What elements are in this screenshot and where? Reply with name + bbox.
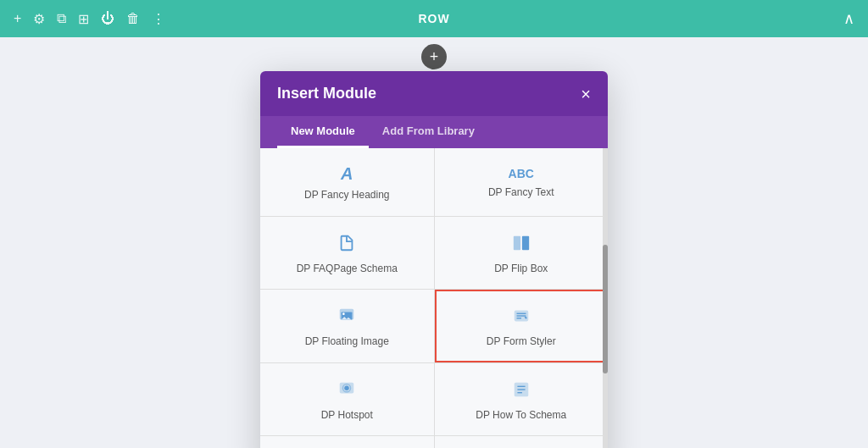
module-label: DP Fancy Heading xyxy=(304,189,390,202)
modal-header: Insert Module × xyxy=(260,71,608,116)
module-dp-fancy-text[interactable]: ABC DP Fancy Text xyxy=(435,148,609,216)
modal-close-button[interactable]: × xyxy=(581,86,591,102)
module-dp-floating-image[interactable]: DP Floating Image xyxy=(260,290,434,362)
trash-icon[interactable]: 🗑 xyxy=(126,11,140,26)
insert-module-modal: Insert Module × New Module Add From Libr… xyxy=(260,71,608,448)
grid-icon[interactable]: ⊞ xyxy=(78,11,89,27)
module-label: DP FAQPage Schema xyxy=(297,263,398,276)
add-icon[interactable]: + xyxy=(14,11,21,26)
tab-add-from-library[interactable]: Add From Library xyxy=(369,116,488,148)
modal-title: Insert Module xyxy=(277,85,376,102)
scrollbar-track[interactable] xyxy=(603,148,608,448)
svg-rect-1 xyxy=(522,235,529,250)
scrollbar-thumb[interactable] xyxy=(603,245,608,373)
faqpage-schema-icon xyxy=(337,234,356,256)
more-icon[interactable]: ⋮ xyxy=(152,11,165,27)
content-area: Heading Fancy + Insert Module × New Modu… xyxy=(0,37,868,448)
plus-icon: + xyxy=(430,49,439,64)
duplicate-icon[interactable]: ⧉ xyxy=(57,11,66,26)
module-dp-image-card[interactable]: DP Image Card xyxy=(435,436,609,448)
module-label: DP Form Styler xyxy=(487,335,556,349)
insert-module-button[interactable]: + xyxy=(421,44,447,69)
fancy-text-icon: ABC xyxy=(509,168,534,180)
fancy-heading-icon: A xyxy=(341,165,353,182)
module-dp-fancy-heading[interactable]: A DP Fancy Heading xyxy=(260,148,434,216)
floating-image-icon xyxy=(337,307,356,329)
module-label: DP Hotspot xyxy=(321,409,373,423)
toolbar-left: + ⚙ ⧉ ⊞ ⏻ 🗑 ⋮ xyxy=(14,11,165,27)
module-dp-form-styler[interactable]: DP Form Styler xyxy=(435,290,609,362)
svg-point-10 xyxy=(345,385,350,390)
how-to-schema-icon xyxy=(512,380,531,402)
collapse-icon[interactable]: ∧ xyxy=(843,9,854,28)
module-label: DP How To Schema xyxy=(476,409,566,423)
module-dp-faqpage-schema[interactable]: DP FAQPage Schema xyxy=(260,217,434,290)
module-dp-flip-box[interactable]: DP Flip Box xyxy=(435,217,609,290)
module-dp-how-to-schema[interactable]: DP How To Schema xyxy=(435,363,609,436)
module-label: DP Flip Box xyxy=(494,263,548,276)
svg-rect-0 xyxy=(514,235,520,250)
hotspot-icon xyxy=(337,380,356,402)
modal-tabs: New Module Add From Library xyxy=(260,116,608,148)
svg-point-4 xyxy=(342,313,345,316)
module-label: DP Fancy Text xyxy=(488,186,554,200)
module-dp-hotspot[interactable]: DP Hotspot xyxy=(260,363,434,436)
module-dp-image-accordion[interactable]: DP Image Accordion xyxy=(260,436,434,448)
flip-box-icon xyxy=(512,234,531,256)
module-label: DP Floating Image xyxy=(305,335,389,349)
form-styler-icon xyxy=(512,307,531,329)
settings-icon[interactable]: ⚙ xyxy=(33,11,45,27)
toolbar-title: Row xyxy=(418,12,449,25)
tab-new-module[interactable]: New Module xyxy=(277,116,369,148)
toolbar: + ⚙ ⧉ ⊞ ⏻ 🗑 ⋮ Row ∧ xyxy=(0,0,868,37)
module-grid: A DP Fancy Heading ABC DP Fancy Text DP … xyxy=(260,148,608,448)
power-icon[interactable]: ⏻ xyxy=(101,11,114,26)
